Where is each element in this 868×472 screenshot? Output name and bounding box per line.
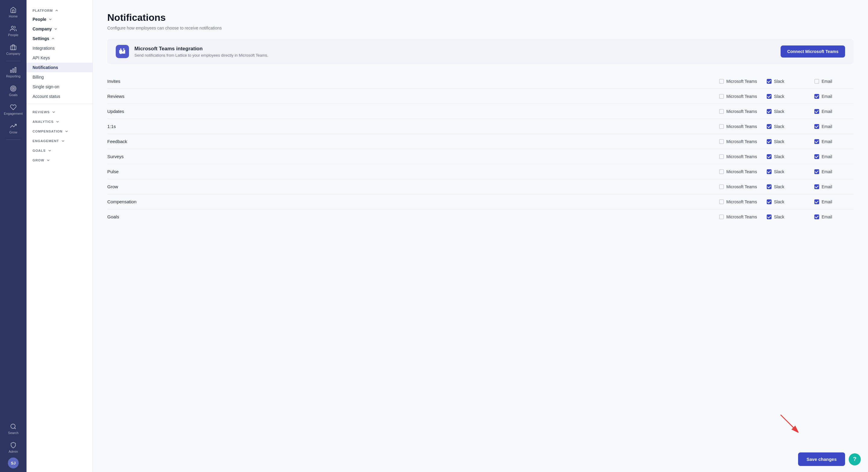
- icon-nav: Home People Company Reporting Goals Enga…: [0, 0, 27, 472]
- channel-ms-teams-surveys[interactable]: Microsoft Teams: [719, 154, 758, 159]
- checkbox-email-updates[interactable]: [814, 109, 819, 114]
- checkbox-email-compensation[interactable]: [814, 199, 819, 204]
- checkbox-ms-teams-invites[interactable]: [719, 79, 724, 84]
- checkbox-ms-teams-surveys[interactable]: [719, 154, 724, 159]
- checkbox-ms-teams-reviews[interactable]: [719, 94, 724, 99]
- save-changes-button[interactable]: Save changes: [798, 452, 845, 466]
- sidebar-analytics-header[interactable]: ANALYTICS: [27, 116, 93, 126]
- sidebar-grow-header[interactable]: GROW: [27, 155, 93, 164]
- channel-slack-compensation[interactable]: Slack: [767, 199, 806, 204]
- channel-email-feedback[interactable]: Email: [814, 139, 854, 144]
- checkbox-email-pulse[interactable]: [814, 169, 819, 174]
- channel-ms-teams-updates[interactable]: Microsoft Teams: [719, 109, 758, 114]
- channel-slack-reviews[interactable]: Slack: [767, 94, 806, 99]
- connect-ms-teams-button[interactable]: Connect Microsoft Teams: [781, 45, 845, 58]
- channel-slack-updates[interactable]: Slack: [767, 109, 806, 114]
- checkbox-slack-feedback[interactable]: [767, 139, 772, 144]
- checkbox-email-surveys[interactable]: [814, 154, 819, 159]
- checkbox-slack-surveys[interactable]: [767, 154, 772, 159]
- checkbox-slack-invites[interactable]: [767, 79, 772, 84]
- sidebar-notifications[interactable]: Notifications: [27, 63, 93, 72]
- checkbox-ms-teams-feedback[interactable]: [719, 139, 724, 144]
- nav-admin[interactable]: Admin: [2, 439, 25, 456]
- channel-ms-teams-feedback[interactable]: Microsoft Teams: [719, 139, 758, 144]
- sidebar-platform-header[interactable]: PLATFORM: [27, 5, 93, 14]
- checkbox-slack-1on1s[interactable]: [767, 124, 772, 129]
- integration-text: Microsoft Teams integration Send notific…: [134, 46, 775, 58]
- channel-email-compensation[interactable]: Email: [814, 199, 854, 204]
- notification-channels-pulse: Microsoft Teams Slack Email: [719, 169, 854, 174]
- sidebar-billing[interactable]: Billing: [27, 72, 93, 82]
- nav-reporting[interactable]: Reporting: [2, 64, 25, 81]
- sidebar-settings[interactable]: Settings: [27, 34, 93, 43]
- checkbox-email-reviews[interactable]: [814, 94, 819, 99]
- notification-row: Pulse Microsoft Teams Slack Email: [107, 164, 854, 179]
- channel-ms-teams-reviews[interactable]: Microsoft Teams: [719, 94, 758, 99]
- channel-ms-teams-1on1s[interactable]: Microsoft Teams: [719, 124, 758, 129]
- checkbox-slack-updates[interactable]: [767, 109, 772, 114]
- sidebar-engagement-header[interactable]: ENGAGEMENT: [27, 135, 93, 145]
- checkbox-slack-goals[interactable]: [767, 214, 772, 219]
- sidebar-single-sign-on[interactable]: Single sign-on: [27, 82, 93, 92]
- nav-engagement[interactable]: Engagement: [2, 101, 25, 119]
- channel-email-surveys[interactable]: Email: [814, 154, 854, 159]
- checkbox-email-invites[interactable]: [814, 79, 819, 84]
- checkbox-slack-reviews[interactable]: [767, 94, 772, 99]
- checkbox-slack-compensation[interactable]: [767, 199, 772, 204]
- nav-search[interactable]: Search: [2, 420, 25, 438]
- nav-company[interactable]: Company: [2, 41, 25, 59]
- checkbox-ms-teams-1on1s[interactable]: [719, 124, 724, 129]
- user-avatar[interactable]: SJ: [8, 458, 19, 468]
- channel-slack-feedback[interactable]: Slack: [767, 139, 806, 144]
- nav-goals[interactable]: Goals: [2, 82, 25, 100]
- checkbox-email-grow[interactable]: [814, 184, 819, 189]
- channel-email-pulse[interactable]: Email: [814, 169, 854, 174]
- svg-point-10: [123, 48, 124, 50]
- sidebar-divider-1: [27, 104, 93, 104]
- channel-slack-pulse[interactable]: Slack: [767, 169, 806, 174]
- checkbox-email-1on1s[interactable]: [814, 124, 819, 129]
- checkbox-ms-teams-pulse[interactable]: [719, 169, 724, 174]
- channel-email-reviews[interactable]: Email: [814, 94, 854, 99]
- help-button[interactable]: ?: [849, 453, 861, 465]
- channel-email-updates[interactable]: Email: [814, 109, 854, 114]
- ms-teams-icon: [116, 45, 129, 58]
- channel-ms-teams-compensation[interactable]: Microsoft Teams: [719, 199, 758, 204]
- nav-grow[interactable]: Grow: [2, 120, 25, 137]
- checkbox-ms-teams-updates[interactable]: [719, 109, 724, 114]
- sidebar-api-keys[interactable]: API Keys: [27, 53, 93, 63]
- checkbox-ms-teams-compensation[interactable]: [719, 199, 724, 204]
- channel-ms-teams-grow[interactable]: Microsoft Teams: [719, 184, 758, 189]
- channel-slack-surveys[interactable]: Slack: [767, 154, 806, 159]
- nav-home[interactable]: Home: [2, 4, 25, 21]
- sidebar-people[interactable]: People: [27, 14, 93, 24]
- channel-slack-1on1s[interactable]: Slack: [767, 124, 806, 129]
- integration-desc: Send notifications from Lattice to your …: [134, 53, 775, 58]
- channel-slack-grow[interactable]: Slack: [767, 184, 806, 189]
- checkbox-ms-teams-grow[interactable]: [719, 184, 724, 189]
- checkbox-ms-teams-goals[interactable]: [719, 214, 724, 219]
- checkbox-email-feedback[interactable]: [814, 139, 819, 144]
- channel-slack-invites[interactable]: Slack: [767, 79, 806, 84]
- sidebar-account-status[interactable]: Account status: [27, 92, 93, 101]
- notification-label-1on1s: 1:1s: [107, 124, 719, 129]
- svg-point-8: [11, 424, 16, 429]
- sidebar: PLATFORM People Company Settings Integra…: [27, 0, 93, 472]
- channel-email-goals[interactable]: Email: [814, 214, 854, 219]
- channel-ms-teams-pulse[interactable]: Microsoft Teams: [719, 169, 758, 174]
- channel-email-grow[interactable]: Email: [814, 184, 854, 189]
- channel-ms-teams-invites[interactable]: Microsoft Teams: [719, 79, 758, 84]
- channel-ms-teams-goals[interactable]: Microsoft Teams: [719, 214, 758, 219]
- sidebar-reviews-header[interactable]: REVIEWS: [27, 106, 93, 116]
- sidebar-company[interactable]: Company: [27, 24, 93, 34]
- sidebar-integrations[interactable]: Integrations: [27, 43, 93, 53]
- nav-people[interactable]: People: [2, 22, 25, 40]
- channel-email-1on1s[interactable]: Email: [814, 124, 854, 129]
- checkbox-slack-grow[interactable]: [767, 184, 772, 189]
- sidebar-goals-header[interactable]: GOALS: [27, 145, 93, 155]
- checkbox-slack-pulse[interactable]: [767, 169, 772, 174]
- channel-email-invites[interactable]: Email: [814, 79, 854, 84]
- checkbox-email-goals[interactable]: [814, 214, 819, 219]
- sidebar-compensation-header[interactable]: COMPENSATION: [27, 126, 93, 135]
- channel-slack-goals[interactable]: Slack: [767, 214, 806, 219]
